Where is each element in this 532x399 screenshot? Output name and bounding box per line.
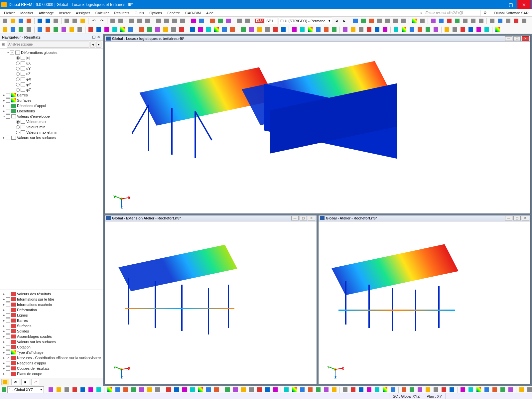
bt-btn-56[interactable] [518, 386, 525, 393]
t2-btn-39[interactable] [365, 26, 373, 33]
tb-saveall[interactable] [44, 17, 52, 25]
tb-a1[interactable] [109, 17, 116, 25]
bt-btn-49[interactable] [459, 386, 466, 393]
bt-btn-53[interactable] [491, 386, 498, 393]
tree-item[interactable]: φX [1, 76, 102, 82]
bt-btn-33[interactable] [323, 386, 330, 393]
t2-btn-2[interactable] [52, 26, 60, 33]
tb-b2[interactable] [163, 17, 170, 25]
menu-resultats[interactable]: Résultats [111, 10, 132, 16]
nav-tab-cam[interactable]: ■ [21, 379, 29, 385]
menu-options[interactable]: Options [147, 10, 165, 16]
bt-btn-3[interactable] [71, 386, 78, 393]
bt-btn-41[interactable] [389, 386, 397, 393]
bt-btn-16[interactable] [181, 386, 188, 393]
tb-b4[interactable] [179, 17, 186, 25]
tree-item[interactable]: φZ [1, 87, 102, 92]
t2-btn-49[interactable] [451, 26, 459, 33]
tree-item[interactable]: ▸Surfaces [1, 98, 102, 103]
display-option-item[interactable]: ▸Barres [1, 318, 102, 323]
t2-btn-42[interactable] [392, 26, 400, 33]
view-minimize-button[interactable]: — [505, 36, 512, 41]
loadcase-combo[interactable]: ELU (STR/GEO) - Permane...▾ [279, 18, 332, 24]
tb-g1[interactable] [411, 17, 418, 25]
t2-btn-44[interactable] [408, 26, 416, 33]
display-option-item[interactable]: ▸Informations max/min [1, 302, 102, 307]
bt-btn-46[interactable] [432, 386, 440, 393]
bt-btn-20[interactable] [213, 386, 220, 393]
bt-btn-22[interactable] [232, 386, 239, 393]
bt-btn-31[interactable] [307, 386, 314, 393]
ucs-combo[interactable]: 1 - Global XYZ▾ [7, 386, 44, 393]
bt-btn-38[interactable] [365, 386, 373, 393]
results-tree[interactable]: ▾Déformations globales|u|uXuYuZφXφYφZ▸Ba… [0, 49, 103, 290]
tb-c1[interactable] [190, 17, 197, 25]
tb-h2[interactable] [438, 17, 445, 25]
view-minimize-button[interactable]: — [291, 216, 299, 220]
display-option-item[interactable]: ▸Informations sur le titre [1, 297, 102, 302]
bt-btn-9[interactable] [122, 386, 129, 393]
tree-item[interactable]: uZ [1, 71, 102, 76]
t2-b[interactable] [9, 26, 17, 33]
tb-i2[interactable] [496, 17, 504, 25]
tb-new[interactable] [1, 17, 9, 25]
bt-btn-21[interactable] [224, 386, 231, 393]
tb-gear[interactable] [25, 17, 33, 25]
t2-btn-35[interactable] [331, 26, 338, 33]
display-option-item[interactable]: ▸Lignes [1, 313, 102, 318]
viewport-bl[interactable]: Global - Extension Atelier - Rochefort.r… [104, 215, 317, 384]
bt-btn-36[interactable] [349, 386, 357, 393]
bt-btn-39[interactable] [373, 386, 381, 393]
nav-tab-results[interactable]: ↗ [31, 379, 39, 385]
t2-btn-1[interactable] [44, 26, 52, 33]
bt-btn-55[interactable] [507, 386, 514, 393]
tb-note[interactable] [79, 17, 86, 25]
menu-inserer[interactable]: Insérer [57, 10, 73, 16]
tb-refresh[interactable] [17, 17, 25, 25]
tb-g2[interactable] [419, 17, 426, 25]
bt-btn-54[interactable] [499, 386, 506, 393]
tb-d3[interactable] [225, 17, 232, 25]
nav-tab-data[interactable] [1, 379, 9, 385]
t2-btn-28[interactable] [272, 26, 279, 33]
tb-f2[interactable] [360, 17, 367, 25]
tb-grid2[interactable] [136, 17, 143, 25]
bt-btn-32[interactable] [315, 386, 322, 393]
bt-btn-30[interactable] [299, 386, 306, 393]
tree-item[interactable]: Valeurs max [1, 119, 102, 124]
menu-caobim[interactable]: CAO-BIM [183, 10, 203, 16]
bt-btn-37[interactable] [357, 386, 365, 393]
t2-btn-25[interactable] [248, 26, 255, 33]
t2-btn-30[interactable] [291, 26, 298, 33]
tree-item[interactable]: ▸Barres [1, 92, 102, 98]
tb-i4[interactable] [512, 17, 520, 25]
bt-btn-35[interactable] [341, 386, 349, 393]
t2-btn-29[interactable] [280, 26, 287, 33]
t2-a[interactable] [1, 26, 9, 33]
t2-btn-13[interactable] [146, 26, 153, 33]
nav-prev-button[interactable]: ◄ [90, 42, 95, 48]
t2-btn-41[interactable] [381, 26, 389, 33]
t2-btn-51[interactable] [467, 26, 474, 33]
t2-btn-0[interactable] [36, 26, 44, 33]
nav-next-button[interactable]: ► [96, 42, 101, 48]
tree-item[interactable]: uY [1, 66, 102, 71]
t2-btn-38[interactable] [357, 26, 365, 33]
bt-btn-47[interactable] [440, 386, 448, 393]
tb-b3[interactable] [171, 17, 178, 25]
menu-fenetre[interactable]: Fenêtre [165, 10, 183, 16]
navigator-close-icon[interactable]: ✕ [96, 35, 101, 39]
t2-btn-8[interactable] [103, 26, 110, 33]
t2-btn-52[interactable] [475, 26, 482, 33]
bt-btn-52[interactable] [483, 386, 490, 393]
bt-btn-17[interactable] [189, 386, 196, 393]
tb-f6[interactable] [392, 17, 399, 25]
tb-h6[interactable] [469, 17, 477, 25]
tb-copy[interactable] [63, 17, 70, 25]
bt-btn-19[interactable] [205, 386, 212, 393]
minimize-button[interactable]: — [491, 0, 504, 9]
tb-save[interactable] [36, 17, 44, 25]
tb-c2[interactable] [198, 17, 205, 25]
bt-btn-13[interactable] [154, 386, 161, 393]
tb-e1[interactable] [236, 17, 243, 25]
